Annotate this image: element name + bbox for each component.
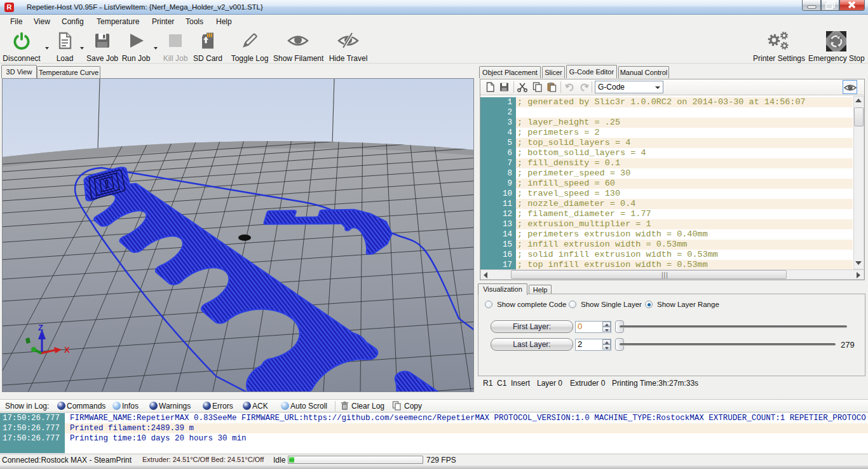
svg-text:Z: Z xyxy=(38,323,43,332)
svg-text:X: X xyxy=(64,345,70,355)
